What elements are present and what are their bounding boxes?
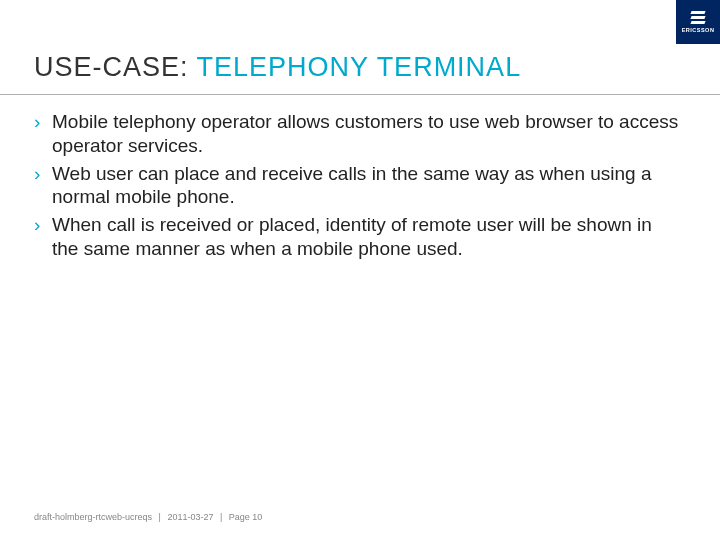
list-item-text: Web user can place and receive calls in … <box>52 163 652 208</box>
list-item: › When call is received or placed, ident… <box>34 213 680 261</box>
list-item-text: When call is received or placed, identit… <box>52 214 652 259</box>
footer-date: 2011-03-27 <box>167 512 213 522</box>
list-item-text: Mobile telephony operator allows custome… <box>52 111 678 156</box>
chevron-right-icon: › <box>34 110 40 134</box>
chevron-right-icon: › <box>34 213 40 237</box>
brand-logo: ERICSSON <box>676 0 720 44</box>
title-accent: TELEPHONY TERMINAL <box>197 52 522 82</box>
footer-separator: | <box>159 512 161 522</box>
slide-footer: draft-holmberg-rtcweb-ucreqs | 2011-03-2… <box>34 512 262 522</box>
title-prefix: USE-CASE: <box>34 52 197 82</box>
chevron-right-icon: › <box>34 162 40 186</box>
footer-separator: | <box>220 512 222 522</box>
title-divider <box>0 94 720 95</box>
bullet-list: › Mobile telephony operator allows custo… <box>34 110 680 265</box>
ericsson-stripes-icon <box>691 11 705 24</box>
list-item: › Web user can place and receive calls i… <box>34 162 680 210</box>
slide-title: USE-CASE: TELEPHONY TERMINAL <box>34 52 521 83</box>
brand-name: ERICSSON <box>682 27 715 33</box>
list-item: › Mobile telephony operator allows custo… <box>34 110 680 158</box>
footer-page: Page 10 <box>229 512 263 522</box>
footer-doc: draft-holmberg-rtcweb-ucreqs <box>34 512 152 522</box>
